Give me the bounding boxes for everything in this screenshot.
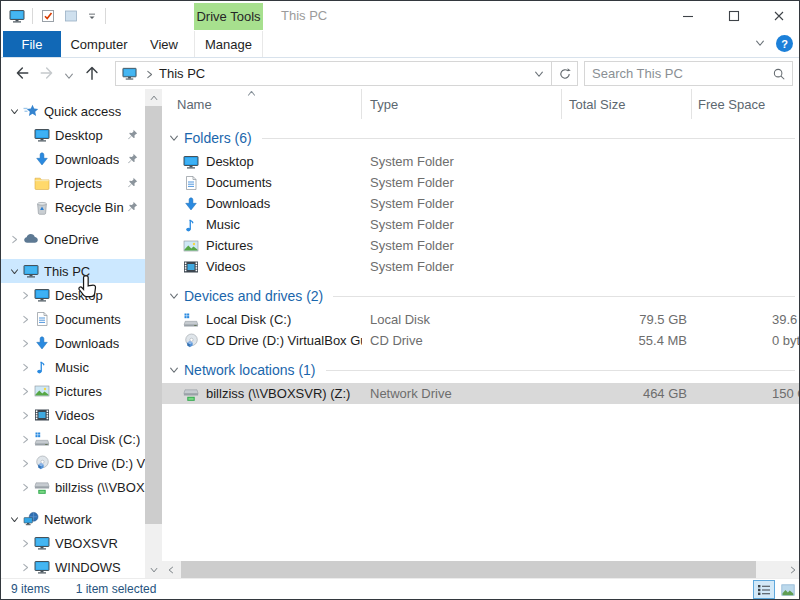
tab-view[interactable]: View: [137, 31, 191, 57]
group-collapse-chevron-icon[interactable]: [168, 364, 180, 376]
file-name: Desktop: [206, 154, 254, 169]
horizontal-scrollbar[interactable]: [162, 561, 800, 578]
sidebar-item-recycle-bin[interactable]: Recycle Bin: [1, 195, 145, 219]
sidebar-item-downloads[interactable]: Downloads: [1, 147, 145, 171]
sidebar-item-music[interactable]: Music: [1, 355, 145, 379]
column-header-total-size[interactable]: Total Size: [562, 89, 692, 119]
group-rule: [333, 296, 795, 297]
group-collapse-chevron-icon[interactable]: [168, 132, 180, 144]
breadcrumb-chevron-icon[interactable]: [144, 69, 154, 79]
column-header-type[interactable]: Type: [362, 89, 562, 119]
sidebar-item-onedrive[interactable]: OneDrive: [1, 227, 145, 251]
network-icon: [23, 511, 39, 527]
sidebar-item-downloads[interactable]: Downloads: [1, 331, 145, 355]
recent-locations-chevron-icon[interactable]: [62, 66, 76, 86]
breadcrumb-location[interactable]: This PC: [159, 66, 205, 81]
search-input[interactable]: [585, 66, 766, 81]
file-row-local-disk-c[interactable]: Local Disk (C:)Local Disk79.5 GB39.6 G: [162, 309, 800, 330]
sidebar-item-cd-drive-d-vir[interactable]: CD Drive (D:) Vir: [1, 451, 145, 475]
sidebar-item-this-pc[interactable]: This PC: [1, 259, 145, 283]
title-bar: Drive Tools This PC: [1, 1, 800, 31]
customize-quick-access-dropdown-icon[interactable]: [86, 10, 98, 22]
chevron-right-icon[interactable]: [18, 408, 32, 422]
file-row-desktop[interactable]: DesktopSystem Folder: [162, 151, 800, 172]
up-button[interactable]: [82, 63, 102, 83]
scroll-up-arrow-icon[interactable]: [145, 89, 162, 106]
chevron-right-icon[interactable]: [18, 536, 32, 550]
expand-ribbon-chevron-icon[interactable]: [754, 37, 768, 51]
file-row-pictures[interactable]: PicturesSystem Folder: [162, 235, 800, 256]
this-pc-system-icon: [9, 8, 25, 24]
sidebar-item-billziss-vboxs[interactable]: billziss (\\VBOXS: [1, 475, 145, 499]
file-list-pane: Name Type Total Size Free Space Folders …: [162, 89, 800, 561]
file-row-documents[interactable]: DocumentsSystem Folder: [162, 172, 800, 193]
file-row-downloads[interactable]: DownloadsSystem Folder: [162, 193, 800, 214]
chevron-right-icon[interactable]: [18, 336, 32, 350]
sidebar-item-desktop[interactable]: Desktop: [1, 123, 145, 147]
search-box: [584, 61, 793, 86]
properties-checkbox-icon[interactable]: [40, 8, 56, 24]
scrollbar-thumb[interactable]: [145, 106, 162, 524]
tab-file[interactable]: File: [3, 31, 61, 57]
chevron-down-icon[interactable]: [7, 104, 21, 118]
chevron-right-icon[interactable]: [18, 432, 32, 446]
maximize-button[interactable]: [712, 1, 756, 31]
forward-button[interactable]: [38, 63, 58, 83]
chevron-right-icon[interactable]: [18, 288, 32, 302]
group-header-network-locations-1[interactable]: Network locations (1): [162, 357, 800, 383]
group-header-devices-and-drives-2[interactable]: Devices and drives (2): [162, 283, 800, 309]
sidebar-item-network[interactable]: Network: [1, 507, 145, 531]
column-header-free-space[interactable]: Free Space: [692, 89, 800, 119]
sidebar-item-desktop[interactable]: Desktop: [1, 283, 145, 307]
breadcrumb[interactable]: This PC: [116, 62, 527, 85]
scroll-left-arrow-icon[interactable]: [162, 561, 179, 578]
chevron-right-icon[interactable]: [18, 312, 32, 326]
group-header-folders-6[interactable]: Folders (6): [162, 125, 800, 151]
tab-manage[interactable]: Manage: [194, 31, 263, 57]
column-header-name[interactable]: Name: [162, 89, 362, 119]
scroll-right-arrow-icon[interactable]: [784, 561, 800, 578]
chevron-down-icon[interactable]: [7, 512, 21, 526]
drive-tools-contextual-tab[interactable]: Drive Tools: [194, 3, 263, 30]
sidebar-item-vboxsvr[interactable]: VBOXSVR: [1, 531, 145, 555]
chevron-right-icon[interactable]: [7, 232, 21, 246]
chevron-right-icon[interactable]: [18, 560, 32, 574]
address-dropdown-chevron-icon[interactable]: [527, 62, 551, 85]
sidebar-item-windows[interactable]: WINDOWS: [1, 555, 145, 578]
sidebar-item-documents[interactable]: Documents: [1, 307, 145, 331]
scroll-down-arrow-icon[interactable]: [145, 561, 162, 578]
minimize-button[interactable]: [666, 1, 710, 31]
folder-icon: [34, 175, 50, 191]
file-type: System Folder: [362, 259, 562, 274]
scrollbar-thumb[interactable]: [181, 561, 756, 578]
file-row-music[interactable]: MusicSystem Folder: [162, 214, 800, 235]
tab-computer[interactable]: Computer: [61, 31, 137, 57]
address-bar[interactable]: This PC: [115, 61, 578, 86]
large-icons-view-button[interactable]: [777, 580, 799, 599]
file-row-billziss-vboxsvr-z[interactable]: billziss (\\VBOXSVR) (Z:)Network Drive46…: [162, 383, 800, 404]
refresh-icon[interactable]: [551, 62, 577, 85]
file-name-cell: billziss (\\VBOXSVR) (Z:): [162, 386, 362, 402]
file-row-videos[interactable]: VideosSystem Folder: [162, 256, 800, 277]
chevron-down-icon[interactable]: [7, 264, 21, 278]
group-label: Network locations (1): [184, 362, 316, 378]
sidebar-item-pictures[interactable]: Pictures: [1, 379, 145, 403]
chevron-right-icon[interactable]: [18, 480, 32, 494]
pin-icon: [126, 200, 139, 213]
details-view-button[interactable]: [753, 580, 775, 599]
sidebar-item-local-disk-c[interactable]: Local Disk (C:): [1, 427, 145, 451]
search-icon[interactable]: [766, 67, 792, 81]
back-button[interactable]: [11, 63, 31, 83]
help-button[interactable]: ?: [776, 35, 793, 52]
file-row-cd-drive-d-virtualbox-gu[interactable]: CD Drive (D:) VirtualBox Gu...CD Drive55…: [162, 330, 800, 351]
sidebar-item-videos[interactable]: Videos: [1, 403, 145, 427]
chevron-right-icon[interactable]: [18, 456, 32, 470]
group-collapse-chevron-icon[interactable]: [168, 290, 180, 302]
new-folder-icon[interactable]: [63, 8, 79, 24]
chevron-right-icon[interactable]: [18, 360, 32, 374]
sidebar-scrollbar[interactable]: [145, 89, 162, 578]
sidebar-item-quick-access[interactable]: Quick access: [1, 99, 145, 123]
sidebar-item-projects[interactable]: Projects: [1, 171, 145, 195]
close-button[interactable]: [757, 1, 800, 31]
chevron-right-icon[interactable]: [18, 384, 32, 398]
